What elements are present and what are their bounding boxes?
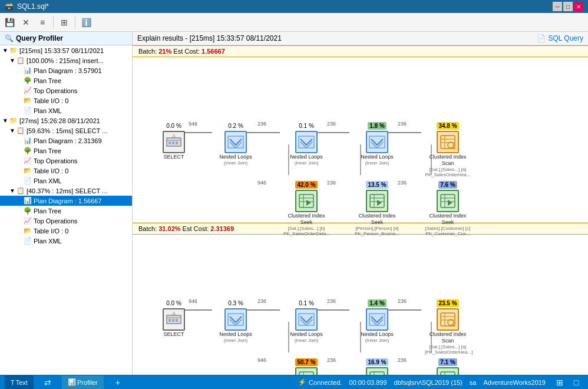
- toolbar-separator-2: [75, 17, 75, 28]
- count-label-0-6: 236: [398, 180, 407, 186]
- plan-node-m1[interactable]: 0.0 % ⚠ SELECT: [150, 299, 197, 338]
- tree-item-label: Plan Tree: [34, 147, 61, 154]
- sidebar-item-root3c2[interactable]: 🌳Plan Tree: [0, 206, 132, 216]
- tab-profiler-label: Profiler: [77, 379, 98, 386]
- plan-node-m4[interactable]: 1.4 % Nested Loops (Inner Join): [354, 299, 401, 343]
- sidebar-item-root2c1c5[interactable]: 📄Plan XML: [0, 176, 132, 186]
- indent-button[interactable]: ≡: [35, 15, 49, 29]
- svg-rect-9: [169, 141, 171, 144]
- tree-item-label: Plan Diagram : 2.31369: [34, 137, 102, 144]
- batch-label-text: Batch: 21% Est Cost: 1.56667: [138, 48, 225, 55]
- tree-item-icon: 📈: [24, 87, 32, 94]
- count-label-1-0: 946: [189, 298, 197, 304]
- sql-query-btn[interactable]: 📄 SQL Query: [537, 34, 583, 42]
- sidebar-item-root1c1c5[interactable]: 📄Plan XML: [0, 106, 132, 116]
- count-label-0-4: 946: [257, 180, 266, 186]
- plan-canvas-0: 0.0 % ⚠ SELECT 0.2 % Nested Loops (Inner…: [133, 57, 588, 222]
- tab-profiler[interactable]: 📊 Profiler: [62, 375, 104, 389]
- plan-node-n8[interactable]: 7.6 % Clustered Index Seek [Sales].[Cust…: [424, 181, 471, 236]
- save-button[interactable]: 💾: [2, 15, 16, 29]
- sidebar-item-root1c1c2[interactable]: 🌳Plan Tree: [0, 75, 132, 85]
- sidebar-item-root2c1c4[interactable]: 📂Table I/O : 0: [0, 166, 132, 176]
- minimize-button[interactable]: ─: [553, 2, 562, 11]
- plan-node-n6[interactable]: 42.0 % Clustered Index Seek [Sal.].[Sale…: [283, 181, 330, 236]
- tree-item-icon: 📂: [24, 227, 32, 235]
- tab-text[interactable]: T Text: [5, 375, 34, 389]
- tree-item-icon: 📈: [24, 217, 32, 225]
- node-pct-m6: 50.7 %: [295, 358, 317, 366]
- node-sublabel-m5: [Sal.].[Sales...] [a] [PK_SalesOrderHea.…: [425, 344, 471, 355]
- plan-node-m5[interactable]: 23.5 % Clustered Index Scan [Sal.].[Sale…: [424, 299, 471, 355]
- svg-rect-46: [169, 319, 171, 322]
- tree-item-label: [215ms] 15:33:57 08/11/2021: [19, 47, 104, 54]
- tree-item-label: [27ms] 15:26:28 08/11/2021: [19, 117, 100, 124]
- plan-node-n3[interactable]: 0.1 % Nested Loops (Inner Join): [283, 122, 330, 166]
- node-sublabel-n5: [Sal.].[Sales...] [a] PK_SalesOrderHea..…: [425, 167, 471, 177]
- close-file-button[interactable]: ✕: [19, 15, 33, 29]
- layout-btn-1[interactable]: ⊞: [553, 375, 567, 390]
- sidebar-item-root3c1[interactable]: 📊Plan Diagram : 1.56667: [0, 196, 132, 206]
- sidebar-item-root1c1c1[interactable]: 📊Plan Diagram : 3.57901: [0, 65, 132, 75]
- node-sublabel-m2: (Inner Join): [224, 338, 247, 343]
- sidebar-item-root1c1[interactable]: ▼📋[100.00% : 215ms] insert...: [0, 55, 132, 65]
- node-label-m4: Nested Loops: [361, 331, 394, 338]
- sidebar-item-root1[interactable]: ▼📁[215ms] 15:33:57 08/11/2021: [0, 45, 132, 55]
- close-button[interactable]: ✕: [574, 2, 583, 11]
- sidebar-item-root2c1[interactable]: ▼📋[59.63% : 15ms] SELECT ...: [0, 126, 132, 136]
- node-icon-n3: [295, 131, 318, 153]
- plan-node-n2[interactable]: 0.2 % Nested Loops (Inner Join): [212, 122, 259, 166]
- sidebar-item-root3c4[interactable]: 📂Table I/O : 0: [0, 226, 132, 236]
- sidebar-item-root2c1c2[interactable]: 🌳Plan Tree: [0, 146, 132, 156]
- sidebar-item-root3c3[interactable]: 📈Top Operations: [0, 216, 132, 226]
- plan-scroll-container[interactable]: Batch: 21% Est Cost: 1.56667 0.0 % ⚠ SEL…: [133, 45, 588, 375]
- maximize-button[interactable]: □: [563, 2, 573, 11]
- node-pct-n4: 1.8 %: [368, 122, 387, 130]
- plan-node-m8[interactable]: 7.1 % Clustered Index Seek [Sales].[Cust…: [424, 358, 471, 375]
- count-label-1-4: 946: [257, 357, 266, 363]
- plan-node-n5[interactable]: 34.8 % Clustered Index Scan [Sal.].[Sale…: [424, 122, 471, 177]
- plan-node-m6[interactable]: 50.7 % Clustered Index Seek [Sal.].[Sale…: [283, 358, 330, 375]
- tree-item-icon: 📁: [9, 47, 18, 54]
- node-pct-n7: 13.5 %: [366, 181, 388, 189]
- info-button[interactable]: ℹ️: [79, 15, 93, 29]
- node-sublabel-n2: (Inner Join): [224, 160, 247, 166]
- sidebar-item-root2c1c3[interactable]: 📈Top Operations: [0, 156, 132, 166]
- sidebar-item-root1c1c4[interactable]: 📂Table I/O : 0: [0, 95, 132, 106]
- tree-item-icon: 📊: [24, 67, 32, 74]
- layout-buttons[interactable]: ⊞ □: [553, 375, 583, 390]
- tree-item-icon: 📋: [16, 57, 25, 64]
- count-label-0-2: 236: [327, 121, 336, 127]
- tree-item-label: Top Operations: [34, 217, 78, 225]
- plan-node-n4[interactable]: 1.8 % Nested Loops (Inner Join): [354, 122, 401, 166]
- node-label-n4: Nested Loops: [361, 154, 394, 160]
- tab-text-label: T: [11, 379, 15, 386]
- sql-query-label: SQL Query: [548, 34, 583, 42]
- tree-item-icon: 📈: [24, 157, 32, 164]
- sidebar-item-root2[interactable]: ▼📁[27ms] 15:26:28 08/11/2021: [0, 116, 132, 126]
- plan-node-n7[interactable]: 13.5 % Clustered Index Seek [Person].[Pe…: [354, 181, 401, 236]
- tree-item-label: Top Operations: [34, 157, 78, 164]
- sidebar-item-root3c5[interactable]: 📄Plan XML: [0, 236, 132, 246]
- plan-node-n1[interactable]: 0.0 % ⚠ SELECT: [150, 122, 197, 160]
- node-pct-n6: 42.0 %: [295, 181, 317, 189]
- add-tab-button[interactable]: +: [111, 375, 125, 390]
- tree-item-icon: 📂: [24, 97, 32, 104]
- layout-btn-2[interactable]: □: [569, 375, 583, 390]
- node-icon-n4: [366, 131, 388, 153]
- plan-node-m3[interactable]: 0.1 % Nested Loops (Inner Join): [283, 299, 330, 343]
- node-pct-m3: 0.1 %: [297, 299, 316, 307]
- tree-item-icon: 🌳: [24, 77, 32, 84]
- node-label-n7: Clustered Index Seek: [354, 213, 400, 226]
- swap-button[interactable]: ⇄: [41, 375, 55, 390]
- content-area[interactable]: Explain results - [215ms] 15:33:57 08/11…: [133, 32, 588, 375]
- grid-button[interactable]: ⊞: [57, 15, 71, 29]
- sidebar-item-root3[interactable]: ▼📋[40.37% : 12ms] SELECT ...: [0, 186, 132, 196]
- sidebar-item-root2c1c1[interactable]: 📊Plan Diagram : 2.31369: [0, 136, 132, 146]
- plan-node-m2[interactable]: 0.3 % Nested Loops (Inner Join): [212, 299, 259, 343]
- sidebar-item-root1c1c3[interactable]: 📈Top Operations: [0, 85, 132, 95]
- node-icon-m4: [366, 308, 388, 331]
- time-value: 00:00:03.899: [349, 379, 387, 386]
- plan-node-m7[interactable]: 16.9 % Clustered Index Seek [Person].[Pe…: [354, 358, 401, 375]
- title-bar-controls[interactable]: ─ □ ✕: [553, 2, 583, 11]
- tree-item-icon: 🌳: [24, 147, 32, 154]
